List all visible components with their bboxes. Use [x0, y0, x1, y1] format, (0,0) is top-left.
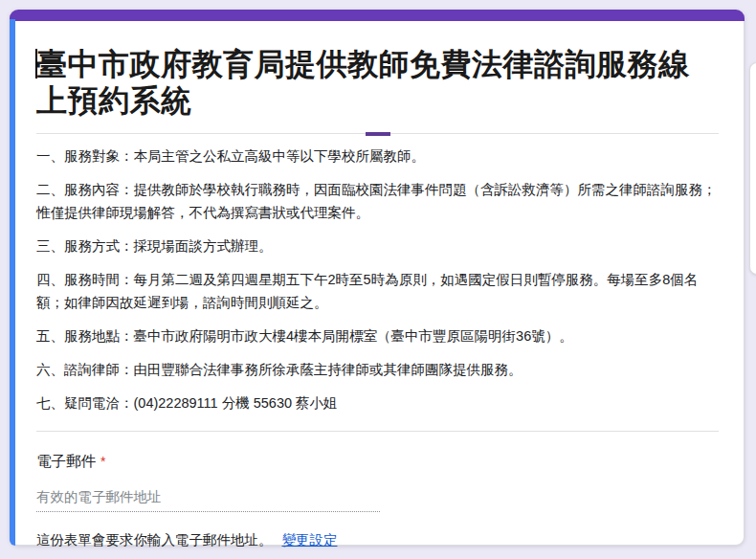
- description-paragraph: 四、服務時間：每月第二週及第四週星期五下午2時至5時為原則，如遇國定假日則暫停服…: [36, 268, 719, 314]
- page: 臺中市政府教育局提供教師免費法律諮詢服務線上預約系統 一、服務對象：本局主管之公…: [0, 0, 756, 559]
- title-underline: [36, 133, 719, 134]
- section-divider: [36, 431, 719, 432]
- form-description[interactable]: 一、服務對象：本局主管之公私立高級中等以下學校所屬教師。二、服務內容：提供教師於…: [36, 145, 719, 414]
- text-cursor: [35, 49, 37, 78]
- form-title-input[interactable]: 臺中市政府教育局提供教師免費法律諮詢服務線上預約系統: [36, 46, 719, 119]
- card-selected-indicator: [10, 19, 15, 546]
- description-paragraph: 六、諮詢律師：由田豐聯合法律事務所徐承蔭主持律師或其律師團隊提供服務。: [36, 358, 719, 381]
- theme-accent-bar: [10, 10, 745, 21]
- email-field-label: 電子郵件: [36, 453, 96, 469]
- description-paragraph: 二、服務內容：提供教師於學校執行職務時，因面臨校園法律事件問題（含訴訟救濟等）所…: [36, 178, 719, 224]
- description-paragraph: 一、服務對象：本局主管之公私立高級中等以下學校所屬教師。: [36, 145, 719, 168]
- required-asterisk: *: [100, 454, 105, 469]
- email-input[interactable]: [36, 485, 380, 512]
- description-paragraph: 五、服務地點：臺中市政府陽明市政大樓4樓本局開標室（臺中市豐原區陽明街36號）。: [36, 324, 719, 347]
- floating-toolbar-partial[interactable]: [749, 62, 756, 275]
- change-settings-link[interactable]: 變更設定: [282, 532, 338, 548]
- email-collect-notice: 這份表單會要求你輸入電子郵件地址。: [36, 532, 273, 548]
- card-content: 臺中市政府教育局提供教師免費法律諮詢服務線上預約系統 一、服務對象：本局主管之公…: [36, 22, 719, 545]
- form-header-card[interactable]: 臺中市政府教育局提供教師免費法律諮詢服務線上預約系統 一、服務對象：本局主管之公…: [10, 10, 745, 546]
- description-paragraph: 三、服務方式：採現場面談方式辦理。: [36, 235, 719, 257]
- email-question-block: 電子郵件* 這份表單會要求你輸入電子郵件地址。變更設定: [36, 452, 719, 549]
- title-focus-indicator: [366, 132, 390, 136]
- description-paragraph: 七、疑問電洽：(04)22289111 分機 55630 蔡小姐: [36, 391, 719, 414]
